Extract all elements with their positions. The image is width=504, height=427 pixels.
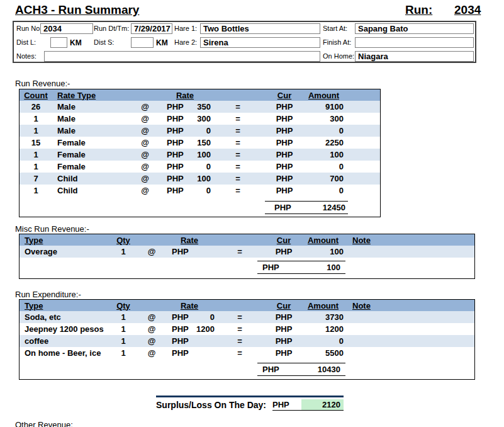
equals-symbol: = (215, 348, 265, 358)
amount-cell: 0 (304, 126, 344, 135)
rate-currency-cell: PHP (159, 186, 186, 195)
table-row: 26 Male @ PHP 350 = PHP 9100 (20, 101, 380, 113)
table-row: 15 Female @ PHP 150 = PHP 2250 (20, 137, 380, 149)
table-row: 1 Child @ PHP 0 = PHP 0 (20, 185, 380, 196)
cur-header: Cur (265, 91, 304, 100)
at-symbol: @ (131, 174, 159, 183)
at-symbol: @ (131, 138, 159, 147)
currency-cell: PHP (265, 126, 304, 135)
run-number: 2034 (454, 3, 481, 17)
expenditure-table: Type Qty Rate Cur Amount Note Soda, etc … (19, 299, 475, 380)
table-row: Jeepney 1200 pesos 1 @ PHP 1200 = PHP 12… (20, 323, 474, 335)
notes-field[interactable] (44, 51, 320, 62)
run-no-field[interactable]: 2034 (40, 23, 93, 34)
at-symbol: @ (131, 102, 159, 111)
amount-cell: 0 (304, 162, 344, 171)
rate-currency-cell: PHP (159, 174, 186, 183)
misc-revenue-header-row: Type Qty Rate Cur Amount Note (20, 234, 474, 246)
currency-cell: PHP (265, 336, 303, 346)
currency-cell: PHP (265, 312, 303, 322)
type-cell: Soda, etc (20, 312, 108, 322)
rate-type-cell: Male (52, 126, 131, 135)
start-at-field[interactable]: Sapang Bato (355, 23, 474, 34)
amount-header: Amount (303, 236, 344, 245)
dist-l-label: Dist L: (16, 38, 36, 46)
count-cell: 1 (20, 114, 52, 123)
total-amount: 100 (327, 263, 340, 272)
type-cell: Jeepney 1200 pesos (20, 324, 108, 334)
at-symbol: @ (131, 186, 159, 195)
rate-header: Rate (164, 301, 215, 310)
currency-cell: PHP (265, 138, 304, 147)
qty-cell: 1 (108, 324, 139, 334)
rate-type-cell: Female (52, 150, 131, 159)
surplus-amount: 2120 (301, 399, 344, 410)
at-symbol: @ (139, 348, 164, 358)
rate-value-cell: 100 (186, 150, 211, 159)
qty-header: Qty (108, 301, 139, 310)
rate-value-cell: 0 (186, 126, 211, 135)
rate-currency-cell: PHP (159, 138, 186, 147)
rate-header: Rate (164, 236, 215, 245)
run-dt-field[interactable]: 7/29/2017 (131, 23, 172, 34)
hare1-field[interactable]: Two Bottles (200, 23, 320, 34)
amount-header: Amount (304, 91, 344, 100)
rate-type-cell: Child (52, 186, 131, 195)
page-title: ACH3 - Run Summary (15, 3, 139, 17)
table-row: 1 Male @ PHP 0 = PHP 0 (20, 125, 380, 137)
count-cell: 7 (20, 174, 52, 183)
rate-currency-cell: PHP (164, 348, 193, 358)
count-header: Count (20, 91, 52, 100)
rate-currency-cell: PHP (159, 102, 186, 111)
count-cell: 1 (20, 162, 52, 171)
amount-cell: 9100 (304, 102, 344, 111)
rate-header: Rate (159, 91, 211, 100)
start-at-label: Start At: (323, 25, 347, 32)
total-currency: PHP (274, 203, 291, 212)
amount-header: Amount (303, 301, 344, 310)
equals-symbol: = (211, 174, 265, 183)
total-currency: PHP (262, 365, 279, 374)
amount-cell: 0 (303, 336, 344, 346)
finish-at-field[interactable] (355, 37, 474, 48)
rate-value-cell: 300 (186, 114, 211, 123)
currency-cell: PHP (265, 102, 304, 111)
rate-currency-cell: PHP (159, 114, 186, 123)
hare2-field[interactable]: Sirena (200, 37, 320, 48)
rate-currency-cell: PHP (164, 247, 193, 256)
total-amount: 12450 (323, 203, 345, 212)
amount-cell: 300 (304, 114, 344, 123)
table-row: On home - Beer, ice 1 @ PHP = PHP 5500 (20, 347, 474, 359)
misc-revenue-total: PHP 100 (257, 261, 345, 274)
at-symbol: @ (131, 162, 159, 171)
expenditure-section-label: Run Expenditure:- (15, 290, 81, 299)
table-row: Soda, etc 1 @ PHP 0 = PHP 3730 (20, 311, 474, 323)
rate-type-cell: Female (52, 138, 131, 147)
equals-symbol: = (215, 312, 265, 322)
surplus-strip: Surplus/Loss On The Day: PHP 2120 (156, 396, 344, 411)
equals-symbol: = (215, 336, 265, 346)
on-home-field[interactable]: Niagara (355, 51, 474, 62)
notes-label: Notes: (16, 52, 36, 60)
rate-value-cell: 0 (193, 312, 215, 322)
rate-value-cell: 0 (186, 162, 211, 171)
rate-currency-cell: PHP (159, 126, 186, 135)
type-cell: coffee (20, 336, 108, 346)
dist-l-field[interactable] (50, 37, 67, 48)
type-cell: Overage (20, 247, 108, 256)
rate-type-header: Rate Type (52, 91, 131, 100)
run-no-label: Run No: (16, 25, 42, 32)
count-cell: 1 (20, 126, 52, 135)
rate-currency-cell: PHP (159, 162, 186, 171)
table-row: Overage 1 @ PHP = PHP 100 (20, 246, 474, 258)
equals-symbol: = (211, 114, 265, 123)
run-info-box: Run No: 2034 Run Dt/Tm: 7/29/2017 Hare 1… (13, 21, 476, 63)
dist-l-unit: KM (70, 38, 82, 47)
other-revenue-section-label: Other Revenue: (15, 420, 73, 427)
rate-value-cell: 150 (186, 138, 211, 147)
at-symbol: @ (131, 150, 159, 159)
equals-symbol: = (211, 138, 265, 147)
currency-cell: PHP (265, 186, 304, 195)
dist-s-field[interactable] (131, 37, 154, 48)
cur-header: Cur (265, 236, 303, 245)
